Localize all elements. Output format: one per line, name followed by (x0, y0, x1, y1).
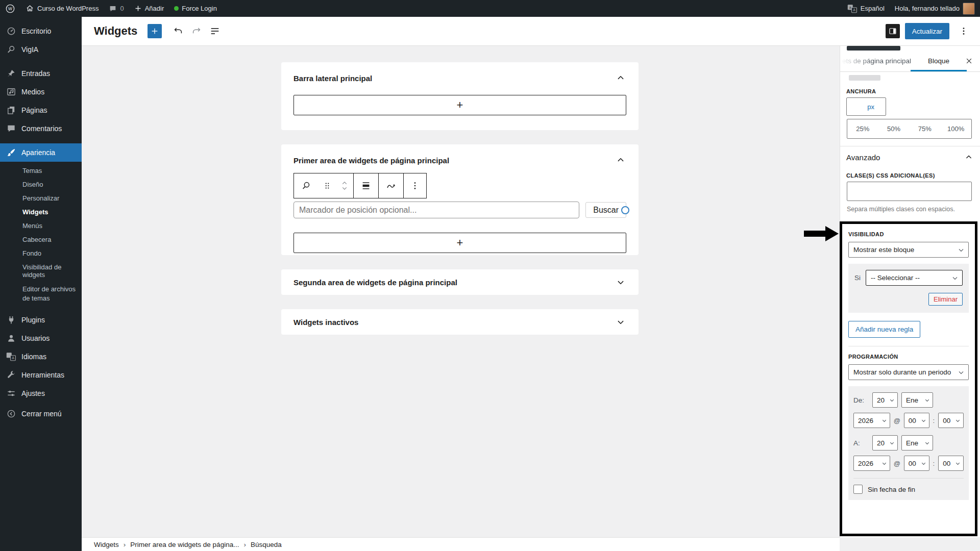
update-button[interactable]: Actualizar (905, 23, 949, 39)
block-mover[interactable] (336, 173, 353, 198)
to-month-select[interactable]: Ene (901, 435, 933, 450)
sidebar-item-paginas[interactable]: Páginas (0, 101, 82, 119)
schedule-box: De: 20 Ene 2026 @ 00 : 00 A: 20 Ene (848, 386, 969, 500)
force-login-menu[interactable]: Force Login (169, 0, 222, 17)
block-appender[interactable]: + (293, 95, 626, 115)
divider (853, 478, 964, 479)
list-view-button[interactable] (206, 22, 224, 40)
width-presets: 25% 50% 75% 100% (847, 119, 972, 139)
wp-logo-menu[interactable]: W (0, 0, 20, 17)
appearance-icon (6, 147, 16, 158)
advanced-panel-header[interactable]: Avanzado (846, 152, 974, 162)
width-unit-control[interactable]: px (846, 95, 886, 116)
expand-area-button[interactable] (615, 277, 626, 288)
block-options-button[interactable] (404, 173, 426, 198)
align-icon (360, 180, 372, 191)
collapse-area-button[interactable] (615, 155, 626, 166)
from-month-select[interactable]: Ene (901, 392, 933, 408)
plus-glyph: + (457, 98, 463, 112)
search-block-type-button[interactable] (294, 173, 318, 198)
from-hour-select[interactable]: 00 (904, 413, 929, 428)
sidebar-item-apariencia[interactable]: Apariencia (0, 143, 82, 162)
submenu-item-visibilidad-widgets[interactable]: Visibilidad de widgets (0, 260, 82, 282)
submenu-item-personalizar[interactable]: Personalizar (0, 191, 82, 205)
to-day-select[interactable]: 20 (872, 435, 898, 450)
submenu-item-diseno[interactable]: Diseño (0, 178, 82, 191)
submenu-item-fondo[interactable]: Fondo (0, 246, 82, 260)
widget-area-segunda-area: Segunda area de widgets de página princi… (281, 269, 639, 295)
sidebar-item-cerrar-menu[interactable]: Cerrar menú (0, 405, 82, 423)
undo-button[interactable] (169, 22, 187, 40)
to-minute-select[interactable]: 00 (938, 456, 964, 471)
avatar (963, 3, 975, 15)
sidebar-item-herramientas[interactable]: Herramientas (0, 366, 82, 384)
remove-rule-button[interactable]: Eliminar (928, 293, 963, 306)
breadcrumb-widgets[interactable]: Widgets (94, 541, 119, 548)
drag-handle[interactable] (318, 173, 336, 198)
chevron-down-icon (924, 440, 930, 446)
resize-handle[interactable] (621, 206, 629, 214)
close-panel-button[interactable] (965, 57, 973, 65)
sidebar-item-idiomas[interactable]: A Idiomas (0, 347, 82, 366)
undo-icon (173, 26, 184, 37)
svg-text:W: W (8, 6, 12, 11)
comments-menu[interactable]: 0 (104, 0, 129, 17)
search-placeholder-input[interactable] (293, 202, 579, 218)
submenu-item-menus[interactable]: Menús (0, 219, 82, 233)
language-switcher[interactable]: aA Español (842, 0, 890, 17)
width-25-button[interactable]: 25% (847, 119, 878, 138)
chevron-down-icon (957, 246, 965, 254)
add-rule-button[interactable]: Añadir nueva regla (848, 321, 920, 338)
sidebar-item-ajustes[interactable]: Ajustes (0, 384, 82, 403)
collapse-area-button[interactable] (615, 72, 626, 84)
chevron-down-icon (889, 440, 895, 446)
site-menu[interactable]: Curso de WordPress (20, 0, 104, 17)
align-button[interactable] (354, 173, 378, 198)
from-year-select[interactable]: 2026 (853, 413, 890, 428)
sidebar-item-comentarios[interactable]: Comentarios (0, 119, 82, 138)
sidebar-item-usuarios[interactable]: Usuarios (0, 329, 82, 347)
no-end-date-checkbox[interactable] (853, 485, 863, 494)
to-hour-select[interactable]: 00 (904, 456, 929, 471)
tab-widget-area[interactable]: gets de página principal (841, 57, 911, 65)
new-content-menu[interactable]: Añadir (129, 0, 169, 17)
submenu-item-temas[interactable]: Temas (0, 164, 82, 178)
sidebar-item-plugins[interactable]: Plugins (0, 311, 82, 329)
block-inserter-button[interactable] (148, 24, 162, 38)
chevron-down-icon (881, 417, 888, 424)
visibility-rule-box: Si -- Seleccionar -- Eliminar (848, 264, 969, 313)
from-day-select[interactable]: 20 (872, 392, 898, 408)
width-50-button[interactable]: 50% (878, 119, 910, 138)
sidebar-item-vigia[interactable]: VigIA (0, 40, 82, 59)
css-classes-input[interactable] (847, 182, 972, 201)
move-to-widget-area-icon (385, 180, 397, 191)
submenu-item-editor-archivos[interactable]: Editor de archivos de temas (0, 282, 82, 306)
my-account-menu[interactable]: Hola, fernando tellado (890, 0, 980, 17)
settings-panel-toggle[interactable] (886, 24, 900, 38)
move-to-widget-area-button[interactable] (379, 173, 403, 198)
chevron-up-icon (615, 72, 626, 84)
width-100-button[interactable]: 100% (940, 119, 971, 138)
breadcrumb-busqueda[interactable]: Búsqueda (251, 541, 282, 548)
new-label: Añadir (145, 5, 164, 12)
from-minute-select[interactable]: 00 (938, 413, 964, 428)
breadcrumb-area[interactable]: Primer area de widgets de página... (130, 541, 239, 548)
expand-area-button[interactable] (615, 316, 626, 328)
sidebar-item-medios[interactable]: Medios (0, 83, 82, 101)
visibility-mode-select[interactable]: Mostrar este bloque (848, 242, 969, 258)
schedule-mode-select[interactable]: Mostrar solo durante un periodo (848, 364, 969, 380)
redo-button[interactable] (187, 22, 206, 40)
submenu-item-widgets[interactable]: Widgets (0, 205, 82, 219)
area-title: Primer area de widgets de página princip… (293, 156, 449, 165)
options-menu-button[interactable] (954, 22, 973, 40)
sidebar-item-escritorio[interactable]: Escritorio (0, 22, 82, 40)
sidebar-item-entradas[interactable]: Entradas (0, 64, 82, 83)
search-submit-button[interactable]: Buscar (585, 202, 626, 218)
tab-block[interactable]: Bloque (911, 57, 967, 65)
width-75-button[interactable]: 75% (910, 119, 941, 138)
block-appender[interactable]: + (293, 233, 626, 253)
submenu-item-cabecera[interactable]: Cabecera (0, 233, 82, 246)
drag-handle-icon (323, 181, 332, 190)
condition-select[interactable]: -- Seleccionar -- (866, 270, 963, 286)
to-year-select[interactable]: 2026 (853, 456, 890, 471)
